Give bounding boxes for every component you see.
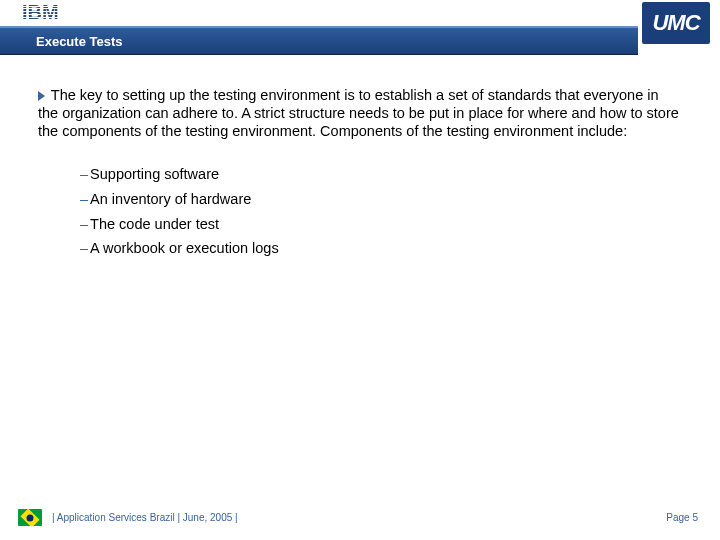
list-item-text: A workbook or execution logs	[90, 240, 279, 256]
dash-icon: –	[80, 216, 88, 232]
dash-icon: –	[80, 191, 88, 207]
body-paragraph-text: The key to setting up the testing enviro…	[38, 87, 679, 139]
list-item-text: Supporting software	[90, 166, 219, 182]
body-paragraph: The key to setting up the testing enviro…	[38, 86, 682, 140]
list-item: –Supporting software	[80, 162, 682, 187]
list-item: –An inventory of hardware	[80, 187, 682, 212]
list-item-text: The code under test	[90, 216, 219, 232]
umc-logo-text: UMC	[652, 10, 699, 36]
slide-header: IBM Execute Tests UMC	[0, 0, 720, 56]
slide-content: The key to setting up the testing enviro…	[38, 86, 682, 261]
bullet-list: –Supporting software –An inventory of ha…	[80, 162, 682, 261]
footer-text: | Application Services Brazil | June, 20…	[52, 512, 238, 523]
title-bar: Execute Tests	[0, 26, 638, 55]
dash-icon: –	[80, 166, 88, 182]
arrow-bullet-icon	[38, 91, 45, 101]
page-number: Page 5	[666, 512, 698, 523]
list-item: –The code under test	[80, 212, 682, 237]
slide-title: Execute Tests	[36, 34, 122, 49]
list-item-text: An inventory of hardware	[90, 191, 251, 207]
brazil-flag-icon	[18, 509, 42, 526]
umc-logo: UMC	[642, 2, 710, 44]
ibm-logo-text: IBM	[22, 1, 59, 24]
list-item: –A workbook or execution logs	[80, 236, 682, 261]
slide-footer: | Application Services Brazil | June, 20…	[0, 506, 720, 526]
dash-icon: –	[80, 240, 88, 256]
ibm-logo: IBM	[22, 4, 82, 26]
